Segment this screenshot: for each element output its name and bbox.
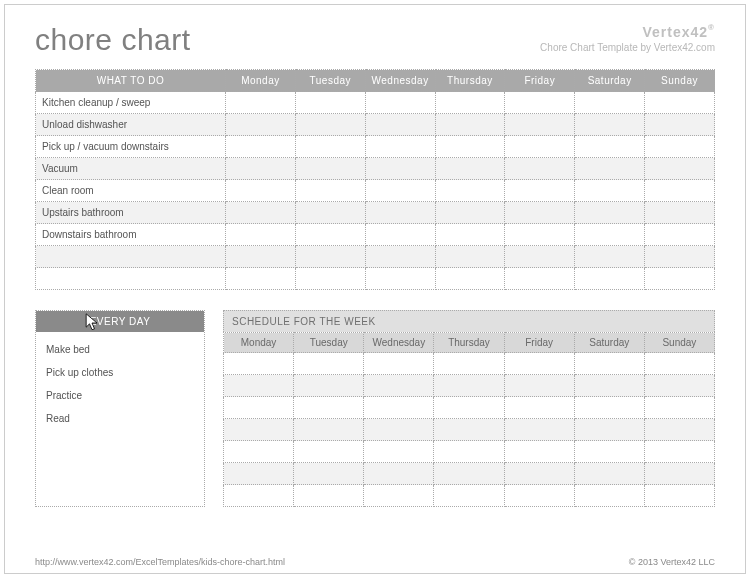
day-cell (645, 246, 715, 268)
document-page: chore chart Vertex42® Chore Chart Templa… (4, 4, 746, 574)
schedule-cell (574, 419, 644, 441)
table-row: Kitchen cleanup / sweep (36, 92, 715, 114)
schedule-day: Tuesday (294, 333, 364, 353)
header-what-to-do: WHAT TO DO (36, 70, 226, 92)
day-cell (295, 180, 365, 202)
schedule-header-row: Monday Tuesday Wednesday Thursday Friday… (224, 333, 715, 353)
lower-section: EVERY DAY Make bedPick up clothesPractic… (35, 310, 715, 507)
every-day-body: Make bedPick up clothesPracticeRead (36, 332, 204, 440)
day-cell (295, 224, 365, 246)
schedule-cell (294, 485, 364, 507)
day-cell (505, 246, 575, 268)
day-cell (645, 224, 715, 246)
day-cell (645, 268, 715, 290)
schedule-panel: SCHEDULE FOR THE WEEK Monday Tuesday Wed… (223, 310, 715, 507)
table-row (224, 463, 715, 485)
schedule-day: Thursday (434, 333, 504, 353)
schedule-cell (434, 375, 504, 397)
day-cell (365, 246, 435, 268)
schedule-cell (364, 463, 434, 485)
day-cell (575, 136, 645, 158)
schedule-cell (434, 485, 504, 507)
day-cell (505, 224, 575, 246)
day-cell (645, 202, 715, 224)
day-cell (295, 202, 365, 224)
schedule-day: Wednesday (364, 333, 434, 353)
schedule-cell (434, 441, 504, 463)
day-cell (575, 246, 645, 268)
schedule-cell (364, 419, 434, 441)
day-cell (365, 136, 435, 158)
day-cell (365, 180, 435, 202)
schedule-cell (364, 441, 434, 463)
header-day: Friday (505, 70, 575, 92)
list-item: Practice (46, 386, 194, 409)
schedule-cell (504, 441, 574, 463)
schedule-cell (644, 463, 714, 485)
day-cell (505, 268, 575, 290)
schedule-cell (294, 375, 364, 397)
task-cell (36, 246, 226, 268)
footer-url: http://www.vertex42.com/ExcelTemplates/k… (35, 557, 285, 567)
schedule-cell (224, 463, 294, 485)
day-cell (575, 224, 645, 246)
schedule-cell (434, 463, 504, 485)
day-cell (365, 224, 435, 246)
schedule-cell (364, 397, 434, 419)
day-cell (365, 114, 435, 136)
day-cell (365, 158, 435, 180)
header-day: Saturday (575, 70, 645, 92)
header-row: chore chart Vertex42® Chore Chart Templa… (35, 23, 715, 57)
task-cell: Pick up / vacuum downstairs (36, 136, 226, 158)
task-cell: Upstairs bathroom (36, 202, 226, 224)
schedule-cell (434, 419, 504, 441)
chore-grid-header-row: WHAT TO DO Monday Tuesday Wednesday Thur… (36, 70, 715, 92)
brand-logo: Vertex42® (540, 23, 715, 41)
day-cell (226, 136, 296, 158)
schedule-cell (434, 397, 504, 419)
day-cell (645, 114, 715, 136)
schedule-day: Saturday (574, 333, 644, 353)
day-cell (575, 202, 645, 224)
schedule-cell (574, 353, 644, 375)
schedule-cell (644, 397, 714, 419)
schedule-cell (574, 441, 644, 463)
schedule-day: Friday (504, 333, 574, 353)
schedule-day: Monday (224, 333, 294, 353)
table-row (224, 353, 715, 375)
schedule-cell (294, 353, 364, 375)
task-cell: Unload dishwasher (36, 114, 226, 136)
day-cell (505, 180, 575, 202)
header-day: Sunday (645, 70, 715, 92)
every-day-panel: EVERY DAY Make bedPick up clothesPractic… (35, 310, 205, 507)
schedule-cell (504, 419, 574, 441)
schedule-cell (294, 463, 364, 485)
schedule-cell (224, 353, 294, 375)
footer: http://www.vertex42.com/ExcelTemplates/k… (35, 557, 715, 567)
schedule-cell (224, 485, 294, 507)
schedule-cell (644, 353, 714, 375)
table-row: Pick up / vacuum downstairs (36, 136, 715, 158)
schedule-cell (364, 375, 434, 397)
day-cell (505, 158, 575, 180)
day-cell (226, 114, 296, 136)
day-cell (435, 92, 505, 114)
schedule-title: SCHEDULE FOR THE WEEK (223, 310, 715, 332)
schedule-cell (504, 397, 574, 419)
day-cell (435, 268, 505, 290)
day-cell (365, 202, 435, 224)
schedule-day: Sunday (644, 333, 714, 353)
header-day: Wednesday (365, 70, 435, 92)
day-cell (226, 224, 296, 246)
day-cell (226, 202, 296, 224)
schedule-cell (574, 375, 644, 397)
brand-tagline: Chore Chart Template by Vertex42.com (540, 41, 715, 54)
day-cell (645, 180, 715, 202)
header-day: Monday (226, 70, 296, 92)
day-cell (435, 246, 505, 268)
day-cell (575, 158, 645, 180)
schedule-cell (294, 397, 364, 419)
header-day: Tuesday (295, 70, 365, 92)
day-cell (226, 158, 296, 180)
schedule-cell (644, 485, 714, 507)
